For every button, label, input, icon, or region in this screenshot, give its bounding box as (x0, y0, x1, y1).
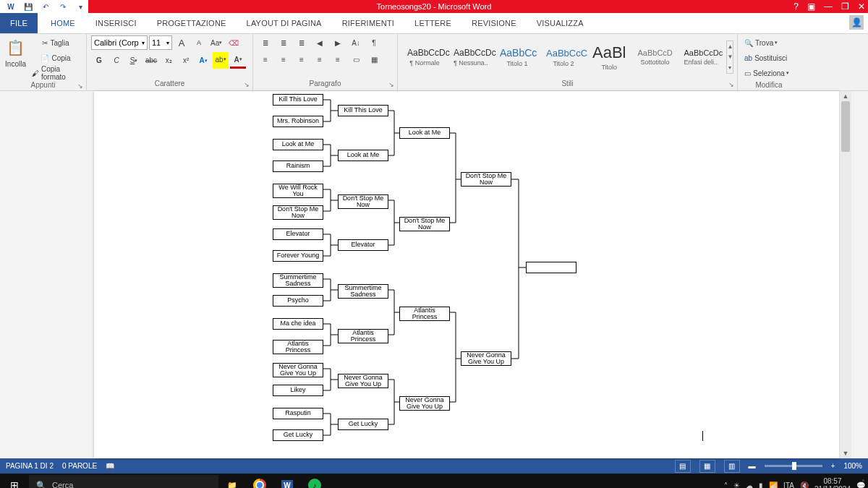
bracket-r3-1[interactable]: Don't Stop Me Now (399, 217, 450, 231)
tab-revisione[interactable]: REVISIONE (461, 13, 527, 33)
bracket-r1-1[interactable]: Mrs. Robinson (273, 116, 323, 127)
bracket-r3-2[interactable]: Atlantis Princess (399, 307, 450, 321)
multilevel-button[interactable]: ≣ (294, 35, 310, 50)
bracket-r1-9[interactable]: Psycho (273, 295, 323, 307)
select-button[interactable]: ▭Seleziona▾ (742, 66, 791, 80)
text-effects-button[interactable]: A▾ (195, 53, 211, 68)
bracket-r2-5[interactable]: Atlantis Princess (338, 329, 388, 343)
taskbar-search[interactable]: 🔍 Cerca (29, 475, 218, 488)
file-explorer-icon[interactable]: 📁 (218, 474, 246, 488)
zoom-level[interactable]: 100% (843, 462, 862, 470)
close-button[interactable]: ✕ (858, 1, 865, 12)
line-spacing-button[interactable]: ≡ (330, 52, 346, 67)
styles-more-button[interactable]: ▲▼▾ (726, 40, 733, 74)
tab-riferimenti[interactable]: RIFERIMENTI (332, 13, 404, 33)
undo-button[interactable]: ↶ (38, 0, 54, 13)
align-center-button[interactable]: ≡ (276, 52, 292, 67)
sort-button[interactable]: A↓ (348, 35, 364, 50)
bracket-r1-5[interactable]: Don't Stop Me Now (273, 205, 323, 220)
qat-dropdown[interactable]: ▾ (72, 0, 88, 13)
align-left-button[interactable]: ≡ (258, 52, 273, 67)
scroll-up-button[interactable]: ▲ (840, 91, 851, 101)
change-case-button[interactable]: Aa▾ (208, 35, 224, 50)
indent-button[interactable]: ▶ (330, 35, 346, 50)
chrome-icon[interactable] (246, 474, 273, 488)
tab-visualizza[interactable]: VISUALIZZA (527, 13, 594, 33)
strike-button[interactable]: abc (143, 53, 159, 68)
font-color-button[interactable]: A▾ (230, 52, 246, 69)
bracket-r1-8[interactable]: Summertime Sadness (273, 273, 323, 288)
show-marks-button[interactable]: ¶ (366, 35, 382, 50)
zoom-out-button[interactable]: ▬ (749, 462, 756, 470)
bracket-r1-0[interactable]: Kill This Love (273, 94, 323, 106)
bracket-r1-10[interactable]: Ma che idea (273, 318, 323, 330)
spotify-icon[interactable]: ♪ (301, 474, 328, 488)
bracket-r1-3[interactable]: Rainism (273, 160, 323, 172)
collapse-ribbon-button[interactable]: ˄ (861, 479, 865, 487)
bracket-r2-0[interactable]: Kill This Love (338, 105, 388, 116)
italic-button[interactable]: C (109, 53, 124, 68)
print-layout-button[interactable]: ▦ (699, 460, 715, 473)
bracket-r5-0[interactable] (526, 262, 576, 273)
bracket-r2-4[interactable]: Summertime Sadness (338, 284, 388, 299)
bracket-r1-13[interactable]: Likey (273, 385, 323, 396)
scroll-down-button[interactable]: ▼ (840, 448, 851, 458)
cut-button[interactable]: ✂Taglia (30, 35, 82, 50)
bracket-r2-1[interactable]: Look at Me (338, 150, 388, 161)
underline-button[interactable]: S▾ (126, 53, 142, 68)
start-button[interactable]: ⊞ (0, 474, 29, 488)
tray-weather-icon[interactable]: ☀ (733, 481, 740, 489)
align-right-button[interactable]: ≡ (294, 52, 310, 67)
bracket-r2-3[interactable]: Elevator (338, 239, 388, 251)
superscript-button[interactable]: x² (178, 53, 194, 68)
tray-onedrive-icon[interactable]: ☁ (746, 481, 753, 489)
dialog-launcher-icon[interactable]: ↘ (388, 80, 394, 90)
page-indicator[interactable]: PAGINA 1 DI 2 (6, 462, 54, 470)
zoom-in-button[interactable]: + (831, 462, 835, 470)
style-enfasi-deli-[interactable]: AaBbCcDcEnfasi deli... (678, 48, 723, 67)
style-titolo-1[interactable]: AaBbCcTitolo 1 (495, 46, 540, 68)
word-taskbar-icon[interactable]: W (273, 474, 301, 488)
replace-button[interactable]: abSostituisci (742, 51, 789, 65)
dialog-launcher-icon[interactable]: ↘ (244, 80, 250, 90)
zoom-slider[interactable] (765, 465, 822, 467)
bracket-r1-14[interactable]: Rasputin (273, 408, 323, 419)
bracket-r2-7[interactable]: Get Lucky (338, 419, 388, 430)
help-button[interactable]: ? (793, 1, 799, 12)
bracket-r1-11[interactable]: Atlantis Princess (273, 340, 323, 354)
borders-button[interactable]: ▦ (366, 52, 382, 67)
save-button[interactable]: 💾 (20, 0, 36, 13)
taskbar-clock[interactable]: 08:57 21/11/2024 (814, 477, 851, 488)
scroll-thumb[interactable] (841, 101, 850, 152)
shading-button[interactable]: ▭ (348, 52, 364, 67)
bracket-r1-7[interactable]: Forever Young (273, 250, 323, 262)
redo-button[interactable]: ↷ (55, 0, 71, 13)
dialog-launcher-icon[interactable]: ↘ (728, 80, 734, 90)
read-mode-button[interactable]: ▤ (675, 460, 691, 473)
copy-button[interactable]: 📄Copia (30, 51, 82, 65)
vertical-scrollbar[interactable]: ▲ ▼ (839, 91, 851, 458)
paste-button[interactable]: 📋 (4, 35, 27, 60)
bold-button[interactable]: G (91, 53, 107, 68)
bracket-r1-4[interactable]: We Will Rock You (273, 184, 323, 198)
bracket-r1-6[interactable]: Elevator (273, 228, 323, 240)
tray-wifi-icon[interactable]: 📶 (769, 481, 778, 489)
numbering-button[interactable]: ≣ (276, 35, 292, 50)
tab-file[interactable]: FILE (0, 13, 38, 33)
proofing-icon[interactable]: 📖 (106, 462, 114, 470)
bracket-r1-15[interactable]: Get Lucky (273, 429, 323, 441)
find-button[interactable]: 🔍Trova▾ (742, 35, 780, 50)
subscript-button[interactable]: x₂ (161, 53, 176, 68)
tab-progettazione[interactable]: PROGETTAZIONE (147, 13, 237, 33)
shrink-font-button[interactable]: A (191, 35, 207, 50)
outdent-button[interactable]: ◀ (312, 35, 328, 50)
style-titolo-2[interactable]: AaBbCcCTitolo 2 (541, 47, 586, 68)
user-avatar[interactable]: 👤 (849, 15, 864, 30)
tab-home[interactable]: HOME (41, 13, 85, 33)
bracket-r1-2[interactable]: Look at Me (273, 139, 323, 150)
style--nessuna-[interactable]: AaBbCcDc¶ Nessuna... (448, 47, 493, 67)
tray-language-icon[interactable]: ITA (783, 481, 794, 489)
ribbon-options-button[interactable]: ▣ (807, 1, 815, 12)
minimize-button[interactable]: — (824, 1, 833, 12)
bracket-r2-2[interactable]: Don't Stop Me Now (338, 194, 388, 209)
